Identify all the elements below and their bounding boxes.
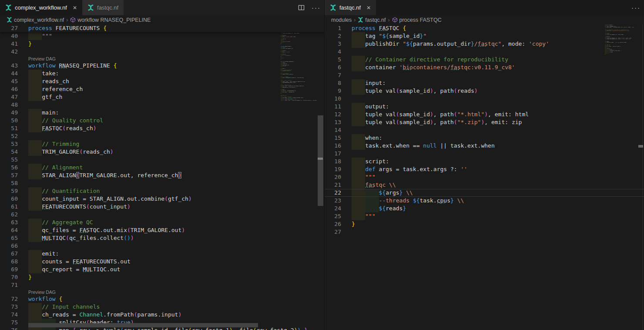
line-number[interactable]: 50: [0, 117, 28, 125]
tab-fastqc-right[interactable]: fastqc.nf ✕: [325, 0, 376, 15]
code-line[interactable]: 20 """: [325, 173, 644, 181]
line-number[interactable]: 4: [325, 48, 352, 56]
line-number[interactable]: 19: [325, 165, 352, 173]
code-line[interactable]: 16 task.ext.when == null || task.ext.whe…: [325, 142, 644, 150]
codelens-preview-dag[interactable]: Preview DAG: [0, 56, 324, 62]
line-number[interactable]: 8: [325, 79, 352, 87]
code-line[interactable]: 15 when:: [325, 134, 644, 142]
code-line[interactable]: 55: [0, 156, 324, 164]
line-number[interactable]: 1: [325, 24, 352, 32]
line-number[interactable]: 54: [0, 148, 28, 156]
line-number[interactable]: 60: [0, 195, 28, 203]
code-line[interactable]: 24 ${reads}: [325, 205, 644, 212]
line-number[interactable]: 15: [325, 134, 352, 142]
code-line[interactable]: 1process FASTQC {: [325, 24, 644, 32]
line-number[interactable]: 14: [325, 126, 352, 134]
line-number[interactable]: 72: [0, 295, 28, 303]
code-line[interactable]: 47 gtf_ch: [0, 93, 324, 101]
code-line[interactable]: 52: [0, 132, 324, 140]
code-line[interactable]: 56 // Alignment: [0, 164, 324, 172]
line-number[interactable]: 42: [0, 48, 28, 56]
line-number[interactable]: 76: [0, 327, 28, 330]
code-line[interactable]: 65 MULTIQC(qc_files.collect()): [0, 234, 324, 242]
line-number[interactable]: 10: [325, 95, 352, 103]
sticky-scroll-line[interactable]: 27process FEATURECOUNTS {: [0, 24, 324, 32]
minimap-right[interactable]: process FASTQC { tag "${sample_id}" publ…: [605, 24, 636, 330]
line-number[interactable]: 75: [0, 319, 28, 327]
code-line[interactable]: 59 // Quantification: [0, 187, 324, 195]
line-number[interactable]: 11: [325, 103, 352, 111]
code-line[interactable]: 5 // Container directive for reproducibi…: [325, 56, 644, 64]
code-line[interactable]: 22 ${args} \\: [325, 189, 644, 197]
code-line[interactable]: 40 """: [0, 32, 324, 40]
code-line[interactable]: 41}: [0, 40, 324, 48]
line-number[interactable]: 52: [0, 132, 28, 140]
line-number[interactable]: 44: [0, 70, 28, 77]
line-number[interactable]: 74: [0, 311, 28, 319]
line-number[interactable]: 20: [325, 173, 352, 181]
code-line[interactable]: 63 // Aggregate QC: [0, 219, 324, 226]
line-number[interactable]: 63: [0, 219, 28, 226]
code-line[interactable]: 73 // Input channels: [0, 303, 324, 311]
breadcrumb-symbol[interactable]: process FASTQC: [392, 17, 442, 23]
code-line[interactable]: 26}: [325, 220, 644, 228]
line-number[interactable]: 55: [0, 156, 28, 164]
line-number[interactable]: 7: [325, 71, 352, 79]
code-line[interactable]: 25 """: [325, 212, 644, 220]
breadcrumb-file[interactable]: fastqc.nf: [358, 17, 386, 23]
line-number[interactable]: 45: [0, 77, 28, 85]
more-actions-icon[interactable]: ···: [308, 0, 324, 15]
line-number[interactable]: 49: [0, 109, 28, 117]
code-line[interactable]: 10: [325, 95, 644, 103]
tab-fastqc-left[interactable]: fastqc.nf: [82, 0, 124, 15]
code-editor-right[interactable]: 1process FASTQC {2 tag "${sample_id}"3 p…: [325, 24, 644, 330]
close-icon[interactable]: ✕: [73, 5, 77, 11]
code-line[interactable]: 71: [0, 281, 324, 289]
code-line[interactable]: 49 main:: [0, 109, 324, 117]
line-number[interactable]: 27: [0, 24, 28, 32]
more-actions-icon[interactable]: ···: [628, 0, 644, 15]
line-number[interactable]: 2: [325, 32, 352, 40]
tab-complex-workflow[interactable]: complex_workflow.nf ✕: [0, 0, 82, 15]
line-number[interactable]: 58: [0, 179, 28, 187]
line-number[interactable]: 68: [0, 258, 28, 266]
code-line[interactable]: 23 --threads ${task.cpus} \\: [325, 197, 644, 205]
code-line[interactable]: 68 counts = FEATURECOUNTS.out: [0, 258, 324, 266]
code-line[interactable]: 46 reference_ch: [0, 85, 324, 93]
code-line[interactable]: 21 fastqc \\: [325, 181, 644, 189]
line-number[interactable]: 61: [0, 203, 28, 211]
code-line[interactable]: 44 take:: [0, 70, 324, 77]
line-number[interactable]: 6: [325, 64, 352, 71]
code-line[interactable]: 66: [0, 242, 324, 250]
line-number[interactable]: 3: [325, 40, 352, 48]
line-number[interactable]: 21: [325, 181, 352, 189]
line-number[interactable]: 22: [325, 189, 352, 196]
breadcrumb-file[interactable]: complex_workflow.nf: [7, 17, 64, 23]
code-line[interactable]: 9 tuple val(sample_id), path(reads): [325, 87, 644, 95]
code-line[interactable]: 50 // Quality control: [0, 117, 324, 125]
split-editor-icon[interactable]: [295, 0, 308, 15]
code-line[interactable]: 51 FASTQC(reads_ch): [0, 125, 324, 132]
code-line[interactable]: 7: [325, 71, 644, 79]
line-number[interactable]: 25: [325, 212, 352, 220]
line-number[interactable]: 41: [0, 40, 28, 48]
codelens-preview-dag[interactable]: Preview DAG: [0, 289, 324, 295]
line-number[interactable]: 66: [0, 242, 28, 250]
line-number[interactable]: 70: [0, 273, 28, 281]
line-number[interactable]: 18: [325, 158, 352, 165]
code-line[interactable]: 61 FEATURECOUNTS(count_input): [0, 203, 324, 211]
vertical-scrollbar[interactable]: [317, 24, 324, 330]
line-number[interactable]: 12: [325, 111, 352, 118]
line-number[interactable]: 59: [0, 187, 28, 195]
code-line[interactable]: 70}: [0, 273, 324, 281]
line-number[interactable]: 5: [325, 56, 352, 64]
code-line[interactable]: 18 script:: [325, 158, 644, 165]
code-line[interactable]: 64 qc_files = FASTQC.out.mix(TRIM_GALORE…: [0, 226, 324, 234]
line-number[interactable]: 26: [325, 220, 352, 228]
code-line[interactable]: 14: [325, 126, 644, 134]
code-line[interactable]: 74 ch_reads = Channel.fromPath(params.in…: [0, 311, 324, 319]
code-line[interactable]: 27process FEATURECOUNTS {: [0, 24, 324, 32]
code-line[interactable]: 62: [0, 211, 324, 219]
code-line[interactable]: 11 output:: [325, 103, 644, 111]
line-number[interactable]: 46: [0, 85, 28, 93]
